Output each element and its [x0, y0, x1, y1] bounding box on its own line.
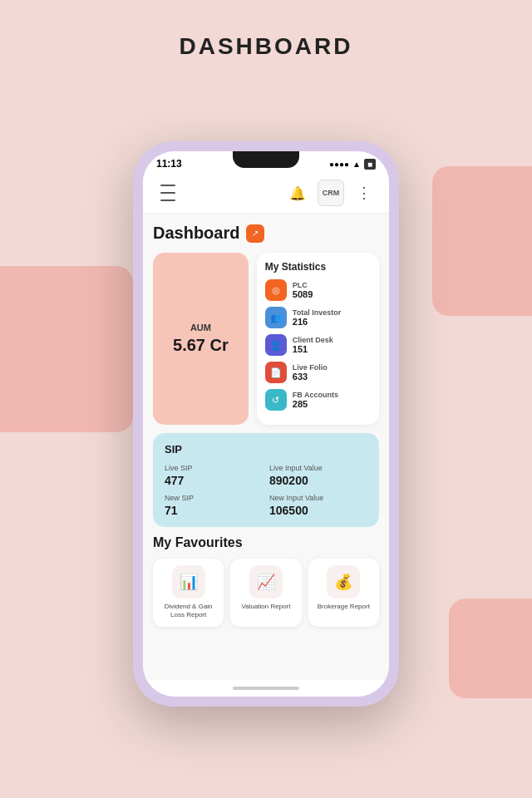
header-right-icons: 🔔 CRM ⋮ [284, 180, 377, 206]
phone-frame: 11:13 ●●●● ▲ ■ 🔔 CRM [133, 141, 399, 707]
stat-value-plc: 5089 [293, 289, 313, 299]
stat-item-fb[interactable]: ↺ FB Accounts 285 [265, 389, 371, 411]
favourites-row: 📊 Dividend & Gain Loss Report 📈 Valuatio… [153, 559, 379, 627]
bg-decoration-left [0, 266, 133, 432]
status-time: 11:13 [156, 158, 182, 170]
plc-icon: ◎ [265, 279, 287, 301]
stat-text-fb: FB Accounts 285 [293, 391, 338, 409]
page-title: DASHBOARD [180, 33, 353, 60]
crm-label: CRM [323, 189, 340, 197]
sip-card-title: SIP [165, 443, 367, 456]
hamburger-line [160, 185, 175, 186]
sip-live-input-label: Live Input Value [269, 464, 367, 472]
external-link-button[interactable]: ↗ [246, 224, 264, 243]
favourites-section: My Favourites 📊 Dividend & Gain Loss Rep… [153, 535, 379, 627]
favourite-item-valuation[interactable]: 📈 Valuation Report [230, 559, 301, 627]
favourite-item-brokerage[interactable]: 💰 Brokerage Report [308, 559, 379, 627]
brokerage-label: Brokerage Report [318, 603, 370, 611]
more-menu-button[interactable]: ⋮ [351, 180, 377, 206]
sip-new-input-value: 106500 [269, 504, 367, 517]
sip-item-live: Live SIP 477 [165, 464, 263, 487]
aum-value: 5.67 Cr [173, 336, 229, 355]
external-link-icon: ↗ [252, 229, 259, 238]
stat-name-client: Client Desk [293, 336, 333, 344]
hamburger-line [160, 200, 175, 201]
brokerage-icon: 💰 [334, 573, 352, 591]
bg-decoration-right [432, 166, 532, 316]
stat-value-folio: 633 [293, 372, 328, 382]
sip-live-input-value: 890200 [269, 474, 367, 487]
stat-text-folio: Live Folio 633 [293, 363, 328, 382]
sip-live-value: 477 [165, 474, 263, 487]
sip-item-new-input: New Input Value 106500 [269, 494, 367, 517]
fb-icon: ↺ [265, 389, 287, 411]
sip-item-new: New SIP 71 [165, 494, 263, 517]
stat-name-fb: FB Accounts [293, 391, 338, 399]
crm-button[interactable]: CRM [318, 180, 344, 206]
folio-icon: 📄 [265, 362, 287, 383]
stat-item-plc[interactable]: ◎ PLC 5089 [265, 279, 371, 301]
sip-new-label: New SIP [165, 494, 263, 502]
aum-label: AUM [190, 323, 211, 332]
stat-value-client: 151 [293, 344, 333, 354]
phone-screen: 11:13 ●●●● ▲ ■ 🔔 CRM [143, 151, 389, 697]
sip-new-value: 71 [165, 504, 263, 517]
menu-button[interactable] [155, 180, 181, 206]
stat-value-investor: 216 [293, 317, 341, 327]
stat-name-folio: Live Folio [293, 363, 328, 372]
home-bar [233, 687, 299, 690]
stat-text-plc: PLC 5089 [293, 281, 313, 299]
valuation-icon-wrapper: 📈 [249, 565, 283, 598]
stat-text-client: Client Desk 151 [293, 336, 333, 354]
wifi-icon: ▲ [352, 160, 361, 169]
stat-value-fb: 285 [293, 399, 338, 409]
favourite-item-dividend[interactable]: 📊 Dividend & Gain Loss Report [153, 559, 224, 627]
dashboard-heading: Dashboard ↗ [153, 224, 379, 243]
client-icon: 👤 [265, 334, 287, 356]
stat-item-folio[interactable]: 📄 Live Folio 633 [265, 362, 371, 383]
more-icon: ⋮ [357, 184, 372, 202]
favourites-title: My Favourites [153, 535, 379, 550]
app-content: Dashboard ↗ AUM 5.67 Cr My Statistics [143, 214, 389, 680]
status-icons: ●●●● ▲ ■ [329, 159, 376, 170]
app-header: 🔔 CRM ⋮ [143, 173, 389, 214]
hamburger-line [160, 192, 175, 194]
brokerage-icon-wrapper: 💰 [327, 565, 360, 598]
investor-icon: 👥 [265, 307, 287, 328]
battery-icon: ■ [364, 159, 376, 170]
statistics-card: My Statistics ◎ PLC 5089 👥 [257, 253, 379, 425]
aum-card[interactable]: AUM 5.67 Cr [153, 253, 249, 425]
bell-icon: 🔔 [289, 185, 306, 201]
dashboard-title: Dashboard [153, 224, 239, 243]
stat-text-investor: Total Investor 216 [293, 308, 341, 327]
sip-grid: Live SIP 477 Live Input Value 890200 New… [165, 464, 367, 517]
valuation-icon: 📈 [257, 573, 275, 591]
dividend-icon: 📊 [180, 573, 198, 591]
stat-item-investor[interactable]: 👥 Total Investor 216 [265, 307, 371, 328]
notification-button[interactable]: 🔔 [284, 180, 311, 206]
stat-item-client[interactable]: 👤 Client Desk 151 [265, 334, 371, 356]
stat-name-investor: Total Investor [293, 308, 341, 317]
dividend-icon-wrapper: 📊 [172, 565, 205, 598]
stat-name-plc: PLC [293, 281, 313, 289]
sip-new-input-label: New Input Value [269, 494, 367, 502]
sip-item-live-input: Live Input Value 890200 [269, 464, 367, 487]
signal-icon: ●●●● [329, 160, 349, 169]
statistics-title: My Statistics [265, 261, 371, 273]
bg-decoration-bottom [449, 598, 532, 698]
phone-notch [233, 151, 299, 168]
sip-live-label: Live SIP [165, 464, 263, 472]
top-cards-row: AUM 5.67 Cr My Statistics ◎ PLC 5089 [153, 253, 379, 425]
dividend-label: Dividend & Gain Loss Report [158, 603, 219, 620]
sip-card[interactable]: SIP Live SIP 477 Live Input Value 890200… [153, 433, 379, 527]
valuation-label: Valuation Report [241, 603, 290, 611]
home-indicator [143, 680, 389, 697]
